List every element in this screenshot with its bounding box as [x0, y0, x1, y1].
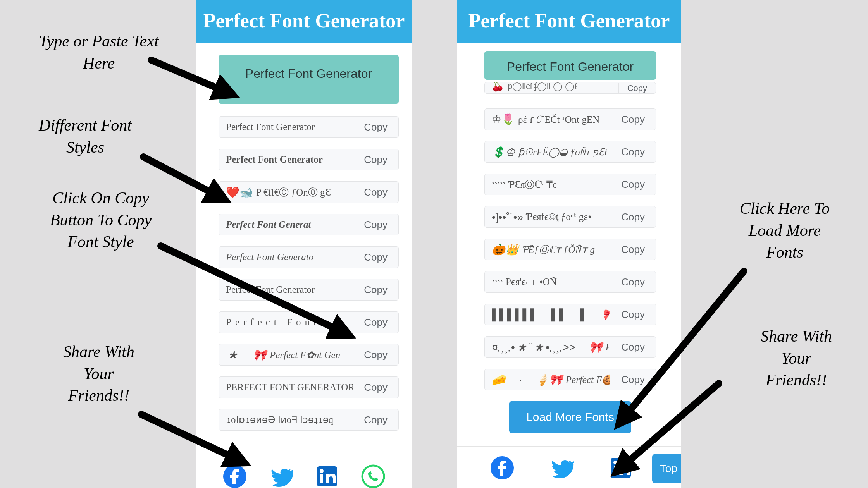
svg-point-3	[320, 469, 324, 473]
emoji-icon: 💲♔	[492, 146, 515, 158]
font-style-row: * 🎀Perfect F✿nt GenCopy	[219, 344, 399, 366]
linkedin-icon[interactable]	[608, 455, 633, 480]
font-style-text: ƥ☉rFË◯◒ ƒoÑτ פِℇł	[518, 146, 607, 158]
facebook-icon[interactable]	[222, 464, 247, 488]
font-style-row: 💲♔ƥ☉rFË◯◒ ƒoÑτ פِℇłCopy	[484, 141, 656, 163]
copy-button[interactable]: Copy	[353, 117, 398, 137]
annotation-styles: Different Font Styles	[12, 114, 159, 158]
font-style-row: ɿoƚɒɿɘᴎɘӘ ƚᴎoᖷ ƚɔɘʇɿɘqCopy	[219, 409, 399, 431]
text-input[interactable]: Perfect Font Generator	[219, 55, 399, 104]
font-style-text: Perfect F🍪	[566, 374, 610, 385]
font-style-row: 🎃👑ƤËƒⓄℂᴛ ƒŎÑᴛ gCopy	[484, 239, 656, 260]
svg-rect-2	[320, 474, 323, 483]
font-style-text: Perfect Font Generat	[226, 219, 311, 230]
linkedin-icon[interactable]	[315, 464, 339, 488]
copy-button[interactable]: Copy	[610, 141, 656, 162]
share-bar	[196, 455, 412, 488]
copy-button[interactable]: Copy	[353, 344, 398, 365]
copy-button[interactable]: Copy	[353, 214, 398, 235]
phone-right: Perfect Font Generator Perfect Font Gene…	[457, 0, 681, 488]
whatsapp-icon[interactable]	[361, 464, 386, 488]
font-style-text: p◯llcſ ʄ◯ll ◯ ◯ℓ	[508, 82, 577, 91]
font-style-cell: Perfect Font Generator	[219, 149, 353, 170]
svg-point-8	[613, 461, 617, 464]
font-style-cell: ˴˴˴˴Pєя'є⌐ᴛ ⦁OÑ	[485, 271, 610, 292]
font-style-list: ♔🌷ρέ ɾ ℱEČŧ ᶦOnŧ gENCopy💲♔ƥ☉rFË◯◒ ƒoÑτ פ…	[484, 108, 656, 390]
font-style-row: Perfect Font GeneratoCopy	[219, 246, 399, 268]
font-style-text: Perfect Font Generato	[226, 252, 313, 263]
copy-button[interactable]: Copy	[610, 109, 656, 130]
copy-button[interactable]: Copy	[353, 149, 398, 170]
app-title: Perfect Font Generator	[196, 0, 412, 43]
font-style-text: ɿoƚɒɿɘᴎɘӘ ƚᴎoᖷ ƚɔɘʇɿɘq	[226, 414, 333, 426]
font-style-text: Perfect Font Generator	[226, 284, 315, 295]
font-style-row: •]••˚˙•»Ƥєяfє©ţ ƒoⁿᵗ gε⦁Copy	[484, 206, 656, 228]
facebook-icon[interactable]	[490, 455, 515, 480]
font-style-row: Perfect Font GeneratorCopy	[219, 116, 399, 138]
emoji-icon: 🍒	[491, 82, 505, 92]
font-style-row: PERFECT FONT GENERATORCopy	[219, 376, 399, 398]
font-style-row: Perfect FontCopy	[219, 311, 399, 333]
font-style-row: ❤️🐋P €ſf€Ⓒ ƒOnⓄ gℇCopy	[219, 181, 399, 203]
font-style-row: ▌▌▌▌▌▌ ▌▌ ▌ 🎀PerfecCopy	[484, 304, 656, 325]
font-style-text: Ƥєяfє©ţ ƒoⁿᵗ gε⦁	[526, 211, 591, 223]
emoji-icon: ♔🌷	[492, 113, 515, 126]
copy-button[interactable]: Copy	[353, 247, 398, 268]
font-style-cell: 💲♔ƥ☉rFË◯◒ ƒoÑτ פِℇł	[485, 141, 610, 162]
copy-button[interactable]: Copy	[610, 174, 656, 195]
share-bar: Top	[457, 446, 681, 488]
font-style-cell: Perfect Font Generat	[219, 214, 353, 235]
font-style-cell: ɿoƚɒɿɘᴎɘӘ ƚᴎoᖷ ƚɔɘʇɿɘq	[219, 409, 353, 430]
font-style-row-partial: 🍒p◯llcſ ʄ◯ll ◯ ◯ℓ Copy	[484, 82, 656, 94]
copy-button[interactable]: Copy	[610, 239, 656, 260]
annotation-copy: Click On Copy Button To Copy Font Style	[27, 187, 174, 253]
font-style-row: 🧀 · 🍦🎀Perfect F🍪Copy	[484, 369, 656, 390]
emoji-icon: ¤,¸¸,•*¨*•,¸¸,>> 🎀	[492, 341, 603, 354]
copy-button[interactable]: Copy	[610, 337, 656, 357]
copy-button[interactable]: Copy	[353, 279, 398, 300]
copy-button[interactable]: Copy	[618, 83, 656, 93]
emoji-icon: ▌▌▌▌▌▌ ▌▌ ▌ 🎀	[492, 308, 610, 321]
copy-button[interactable]: Copy	[610, 304, 656, 325]
twitter-icon[interactable]	[269, 464, 293, 488]
twitter-icon[interactable]	[549, 455, 574, 480]
annotation-loadmore: Click Here To Load More Fonts	[709, 198, 860, 263]
copy-button[interactable]: Copy	[610, 271, 656, 292]
emoji-icon: ❤️🐋	[226, 186, 253, 199]
font-style-row: ¤,¸¸,•*¨*•,¸¸,>> 🎀PerfeCopy	[484, 336, 656, 358]
scroll-top-button[interactable]: Top	[652, 454, 681, 483]
copy-button[interactable]: Copy	[353, 312, 398, 333]
font-style-cell: •]••˚˙•»Ƥєяfє©ţ ƒoⁿᵗ gε⦁	[485, 206, 610, 227]
font-style-cell: ¤,¸¸,•*¨*•,¸¸,>> 🎀Perfe	[485, 337, 610, 357]
font-style-cell: ♔🌷ρέ ɾ ℱEČŧ ᶦOnŧ gEN	[485, 109, 610, 130]
font-style-text: Perfect Font Generator	[226, 122, 315, 132]
phone-left: Perfect Font Generator Perfect Font Gene…	[196, 0, 412, 488]
font-style-text: PERFECT FONT GENERATOR	[226, 382, 353, 393]
app-window: Perfect Font Generator Perfect Font Gene…	[457, 0, 681, 488]
emoji-icon: * 🎀	[226, 349, 267, 361]
font-style-cell: 🎃👑ƤËƒⓄℂᴛ ƒŎÑᴛ g	[485, 239, 610, 260]
font-style-cell: ▌▌▌▌▌▌ ▌▌ ▌ 🎀Perfec	[485, 304, 610, 325]
copy-button[interactable]: Copy	[353, 409, 398, 430]
font-style-cell: Perfect Font	[219, 312, 353, 333]
copy-button[interactable]: Copy	[610, 206, 656, 227]
copy-button[interactable]: Copy	[353, 377, 398, 398]
font-style-list: Perfect Font GeneratorCopyPerfect Font G…	[219, 116, 399, 431]
font-style-text: ƤËƒⓄℂᴛ ƒŎÑᴛ g	[522, 243, 595, 256]
font-style-row: ♔🌷ρέ ɾ ℱEČŧ ᶦOnŧ gENCopy	[484, 108, 656, 130]
font-style-row: Perfect Font GeneratorCopy	[219, 149, 399, 170]
copy-button[interactable]: Copy	[353, 182, 398, 203]
font-style-row: ˴˴˴˴˴ƤℇяⓄℂᵗ ₸cCopy	[484, 174, 656, 195]
app-window: Perfect Font Generator Perfect Font Gene…	[196, 0, 412, 488]
copy-button[interactable]: Copy	[610, 369, 656, 390]
load-more-button[interactable]: Load More Fonts	[509, 401, 631, 433]
emoji-icon: 🧀 · 🍦🎀	[492, 373, 563, 386]
emoji-icon: 🎃👑	[492, 243, 519, 256]
font-style-cell: Perfect Font Generato	[219, 247, 353, 268]
text-input[interactable]: Perfect Font Generator	[484, 51, 656, 80]
font-style-text: Perfect Font	[226, 317, 320, 328]
font-style-text: Perfect F✿nt Gen	[270, 349, 340, 361]
font-style-text: ρέ ɾ ℱEČŧ ᶦOnŧ gEN	[518, 114, 599, 125]
emoji-icon: ˴˴˴˴˴	[492, 178, 505, 191]
font-style-cell: * 🎀Perfect F✿nt Gen	[219, 344, 353, 365]
